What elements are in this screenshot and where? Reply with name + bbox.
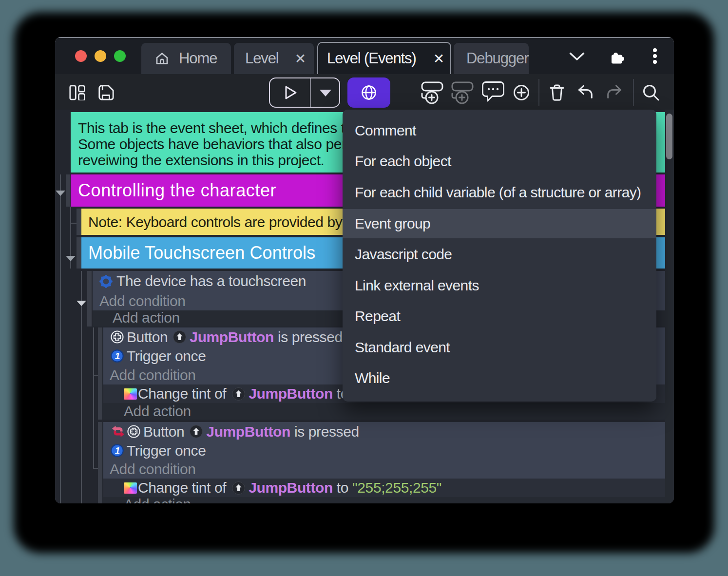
svg-text:1: 1 bbox=[115, 445, 120, 456]
svg-text:1: 1 bbox=[115, 351, 120, 361]
